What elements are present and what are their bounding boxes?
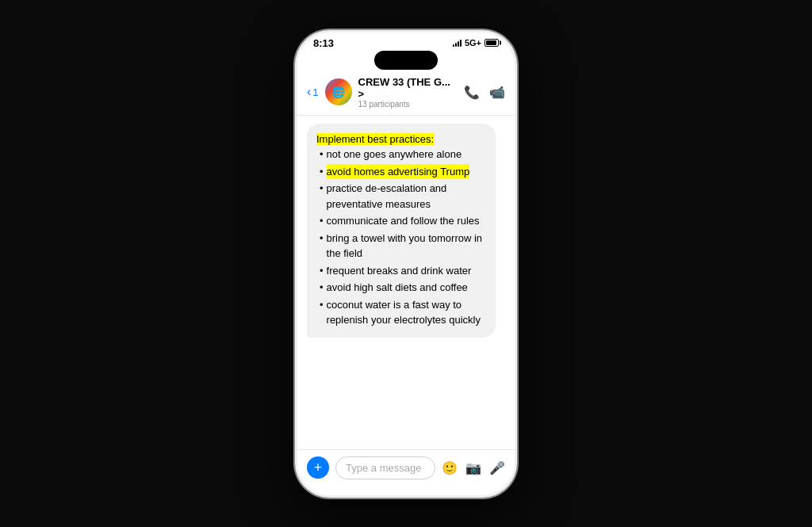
list-item: • coconut water is a fast way to repleni… <box>320 297 486 328</box>
bullet-dot: • <box>320 181 324 212</box>
input-bar: + Type a message 🙂 📷 🎤 <box>297 449 515 495</box>
list-item: • bring a towel with you tomorrow in the… <box>320 231 486 262</box>
participants-count: 13 participants <box>358 100 458 109</box>
input-placeholder: Type a message <box>346 462 421 474</box>
video-icon[interactable]: 📹 <box>489 85 505 100</box>
bullet-dot: • <box>320 280 324 296</box>
call-icon[interactable]: 📞 <box>464 85 480 100</box>
camera-icon[interactable]: 📷 <box>465 460 481 475</box>
plus-icon: + <box>314 460 323 476</box>
dynamic-island <box>374 51 438 70</box>
status-bar: 8:13 5G+ <box>297 32 515 51</box>
emoji-icon[interactable]: 🙂 <box>442 460 458 475</box>
status-icons: 5G+ <box>453 38 499 48</box>
network-type: 5G+ <box>465 38 481 48</box>
status-time: 8:13 <box>313 37 334 49</box>
bullet-text-highlight: avoid homes advertising Trump <box>327 164 470 180</box>
bullet-text: not one goes anywhere alone <box>327 147 462 162</box>
bullet-dot: • <box>320 297 324 328</box>
add-button[interactable]: + <box>307 456 329 479</box>
list-item: • avoid homes advertising Trump <box>320 164 486 180</box>
signal-icon <box>453 39 462 47</box>
header-info: CREW 33 (THE G... > 13 participants <box>358 76 458 109</box>
back-chevron-icon: ‹ <box>307 85 311 99</box>
bullet-dot: • <box>320 147 324 162</box>
title-highlight: Implement best practices: <box>316 133 434 145</box>
mic-icon[interactable]: 🎤 <box>489 460 505 475</box>
bullet-dot: • <box>320 213 324 229</box>
bullet-text: bring a towel with you tomorrow in the f… <box>327 231 486 262</box>
phone-screen: 8:13 5G+ ‹ 1 🌐 CREW 33 (THE G... > <box>297 32 515 495</box>
message-title: Implement best practices: <box>316 132 486 147</box>
group-name: CREW 33 (THE G... > <box>358 76 458 100</box>
list-item: • avoid high salt diets and coffee <box>320 280 486 296</box>
bullet-text: avoid high salt diets and coffee <box>327 280 468 296</box>
list-item: • practice de-escalation and preventativ… <box>320 181 486 212</box>
list-item: • frequent breaks and drink water <box>320 263 486 279</box>
bullet-dot: • <box>320 263 324 279</box>
chat-header: ‹ 1 🌐 CREW 33 (THE G... > 13 participant… <box>297 71 515 116</box>
message-input[interactable]: Type a message <box>335 456 435 479</box>
list-item: • not one goes anywhere alone <box>320 147 486 162</box>
back-button[interactable]: ‹ 1 <box>307 85 319 99</box>
back-count: 1 <box>312 86 318 98</box>
bullet-text: frequent breaks and drink water <box>327 263 472 279</box>
battery-icon <box>485 39 499 47</box>
group-avatar: 🌐 <box>325 78 352 105</box>
header-actions: 📞 📹 <box>464 85 505 100</box>
bullet-dot: • <box>320 231 324 262</box>
messages-area: Implement best practices: • not one goes… <box>297 116 515 449</box>
input-action-icons: 🙂 📷 🎤 <box>442 460 505 475</box>
bullet-list: • not one goes anywhere alone • avoid ho… <box>316 147 486 328</box>
bullet-dot: • <box>320 164 324 180</box>
bullet-text: communicate and follow the rules <box>327 213 480 229</box>
list-item: • communicate and follow the rules <box>320 213 486 229</box>
bullet-text: practice de-escalation and preventative … <box>327 181 486 212</box>
message-bubble: Implement best practices: • not one goes… <box>307 124 496 338</box>
bullet-text: coconut water is a fast way to replenish… <box>327 297 486 328</box>
phone-frame: 8:13 5G+ ‹ 1 🌐 CREW 33 (THE G... > <box>295 30 517 498</box>
